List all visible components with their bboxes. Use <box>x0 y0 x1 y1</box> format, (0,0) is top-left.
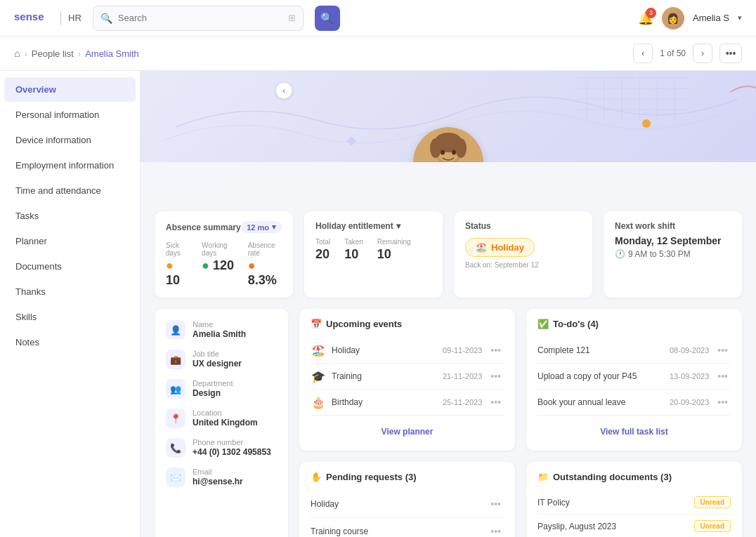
svg-rect-11 <box>346 136 356 146</box>
prev-person-button[interactable]: ‹ <box>633 44 653 63</box>
todos-title: ✅ To-do's (4) <box>537 319 731 329</box>
home-icon[interactable]: ⌂ <box>14 48 20 59</box>
sidebar-item-notes[interactable]: Notes <box>4 330 136 354</box>
back-on: Back on: September 12 <box>465 261 581 269</box>
nav-arrows: ‹ 1 of 50 › ••• <box>633 44 742 63</box>
holiday-entitlement-card: Holiday entitlement ▾ Total 20 Taken 10 … <box>304 211 443 298</box>
sick-days-value: ● 10 <box>166 258 190 288</box>
department-icon: 👥 <box>166 379 185 399</box>
birthday-event-icon: 🎂 <box>311 396 326 409</box>
job-icon: 💼 <box>166 350 185 369</box>
todo-0-more-button[interactable]: ••• <box>715 343 731 357</box>
sidebar-item-overview[interactable]: Overview <box>4 77 136 102</box>
info-text-jobtitle: Job title UX designer <box>193 350 242 369</box>
sidebar-item-planner[interactable]: Planner <box>4 229 136 253</box>
sick-dot: ● <box>166 258 174 272</box>
todo-item-1: Upload a copy of your P45 13-09-2023 ••• <box>537 364 731 390</box>
sidebar-item-label: Planner <box>15 236 47 246</box>
stats-row: Absence summary 12 mo ▾ Sick days ● 10 <box>141 162 756 309</box>
main-content: ‹ <box>141 71 756 537</box>
svg-point-18 <box>430 138 441 158</box>
status-title: Status <box>465 221 581 231</box>
sidebar-item-label: Personal information <box>15 110 99 120</box>
magnify-icon: 🔍 <box>320 12 334 25</box>
breadcrumb-sep-2: › <box>78 48 81 59</box>
todo-item-0: Complete 121 08-09-2023 ••• <box>537 338 731 364</box>
sidebar-item-thanks[interactable]: Thanks <box>4 279 136 304</box>
pending-requests-title: ✋ Pending requests (3) <box>311 472 504 482</box>
avatar: 👩 <box>662 7 684 29</box>
svg-point-19 <box>455 138 467 158</box>
doc-0-badge: Unread <box>694 496 731 508</box>
sidebar-item-label: Skills <box>15 312 37 322</box>
info-text-location: Location United Kingdom <box>193 409 258 427</box>
notifications-button[interactable]: 🔔 3 <box>638 11 653 26</box>
total-col: Total 20 <box>315 238 330 262</box>
sidebar-item-label: Documents <box>15 261 62 272</box>
sidebar-item-documents[interactable]: Documents <box>4 254 136 279</box>
event-2-more-button[interactable]: ••• <box>488 395 504 409</box>
absence-summary-card: Absence summary 12 mo ▾ Sick days ● 10 <box>155 211 293 298</box>
chevron-down-icon[interactable]: ▾ <box>738 13 742 22</box>
app-logo: sense HR <box>14 9 82 27</box>
pending-1-more-button[interactable]: ••• <box>488 524 504 537</box>
shift-time: 🕐 9 AM to 5:30 PM <box>615 249 731 259</box>
sidebar-item-tasks[interactable]: Tasks <box>4 204 136 228</box>
info-text-name: Name Amelia Smith <box>193 320 246 339</box>
header-right: 🔔 3 👩 Amelia S ▾ <box>638 7 742 29</box>
sick-days-col: Sick days ● 10 <box>166 241 190 288</box>
nav-count: 1 of 50 <box>656 48 690 58</box>
notification-badge: 3 <box>646 8 656 18</box>
todo-1-more-button[interactable]: ••• <box>715 369 731 383</box>
sidebar-item-skills[interactable]: Skills <box>4 305 136 329</box>
breadcrumb-people-list[interactable]: People list <box>32 48 74 59</box>
info-field-phone: 📞 Phone number +44 (0) 1302 495853 <box>166 438 277 458</box>
upcoming-events-title: 📅 Upcoming events <box>311 319 504 329</box>
working-dot: ● <box>202 258 213 272</box>
user-name: Amelia S <box>693 13 729 23</box>
upcoming-events-panel: 📅 Upcoming events 🏖️ Holiday 09-11-2023 … <box>299 309 515 451</box>
absence-stats-cols: Sick days ● 10 Working days ● 120 Absenc… <box>166 241 282 288</box>
right-panels: 📅 Upcoming events 🏖️ Holiday 09-11-2023 … <box>299 309 742 537</box>
sidebar-item-employment[interactable]: Employment information <box>4 153 136 178</box>
event-0-more-button[interactable]: ••• <box>488 343 504 357</box>
info-field-department: 👥 Department Design <box>166 379 277 399</box>
clock-icon: 🕐 <box>615 249 625 259</box>
info-field-location: 📍 Location United Kingdom <box>166 409 277 428</box>
sidebar-collapse-button[interactable]: ‹ <box>275 82 292 99</box>
hand-icon: ✋ <box>311 472 322 482</box>
todo-2-more-button[interactable]: ••• <box>715 395 731 409</box>
chart-icon: ⊞ <box>288 13 296 23</box>
sidebar-item-device[interactable]: Device information <box>4 128 136 152</box>
next-person-button[interactable]: › <box>693 44 712 63</box>
remaining-col: Remaining 10 <box>377 238 411 262</box>
doc-item-0: IT Policy Unread <box>537 491 731 515</box>
search-input[interactable] <box>118 13 282 23</box>
view-full-task-list-link[interactable]: View full task list <box>537 423 731 441</box>
calendar-icon: 📅 <box>311 319 322 329</box>
search-button[interactable]: 🔍 <box>315 6 340 31</box>
pending-0-more-button[interactable]: ••• <box>488 497 504 511</box>
training-event-icon: 🎓 <box>311 370 326 383</box>
holiday-event-icon: 🏖️ <box>311 344 326 357</box>
sidebar-item-time[interactable]: Time and attendance <box>4 178 136 203</box>
pending-item-0: Holiday ••• <box>311 491 504 518</box>
absence-period-badge[interactable]: 12 mo ▾ <box>241 221 282 233</box>
taken-value: 10 <box>344 247 363 262</box>
event-1-more-button[interactable]: ••• <box>488 369 504 383</box>
profile-avatar <box>413 127 483 162</box>
sidebar-item-personal[interactable]: Personal information <box>4 102 136 127</box>
view-planner-link[interactable]: View planner <box>311 423 504 441</box>
panel-row-2: ✋ Pending requests (3) Holiday ••• Train… <box>299 462 742 537</box>
sidebar-item-label: Thanks <box>15 286 46 297</box>
pending-item-1: Training course ••• <box>311 518 504 537</box>
entitlement-title[interactable]: Holiday entitlement ▾ <box>315 221 431 231</box>
working-days-value: ● 120 <box>202 258 237 273</box>
working-days-col: Working days ● 120 <box>202 241 237 288</box>
info-field-name: 👤 Name Amelia Smith <box>166 320 277 340</box>
search-bar[interactable]: 🔍 ⊞ <box>93 6 304 31</box>
name-icon: 👤 <box>166 320 185 340</box>
status-card: Status 🏖️ Holiday Back on: September 12 <box>454 211 592 298</box>
sidebar-item-label: Tasks <box>15 211 39 221</box>
more-options-button[interactable]: ••• <box>719 44 742 63</box>
